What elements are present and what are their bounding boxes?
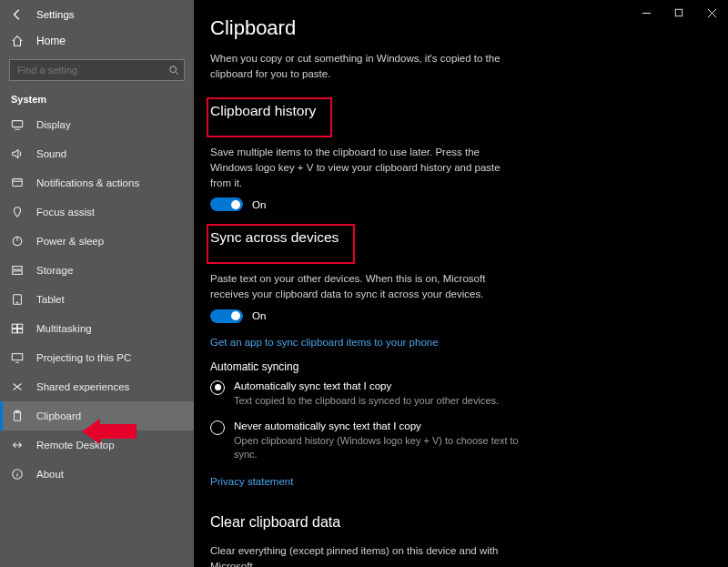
section-sync-across-devices: Sync across devices Paste text on your o… — [210, 224, 712, 512]
nav-label: Multitasking — [36, 323, 92, 334]
window-controls — [630, 0, 728, 25]
radio-never-sync-desc: Open clipboard history (Windows logo key… — [234, 434, 534, 462]
clear-desc: Clear everything (except pinned items) o… — [210, 543, 511, 567]
clipboard-history-heading: Clipboard history — [210, 101, 325, 123]
radio-never-sync[interactable] — [210, 420, 225, 435]
annotation-highlight: Sync across devices — [207, 224, 355, 264]
svg-rect-1 — [12, 121, 22, 127]
automatic-syncing-heading: Automatic syncing — [210, 360, 712, 373]
sync-heading: Sync across devices — [210, 228, 348, 249]
nav-label: Focus assist — [36, 207, 95, 218]
sidebar-item-notifications[interactable]: Notifications & actions — [0, 168, 194, 197]
settings-sidebar: Settings Home System Display Sound Notif… — [0, 0, 194, 567]
svg-rect-10 — [12, 329, 16, 332]
storage-icon — [11, 264, 24, 277]
radio-auto-sync-desc: Text copied to the clipboard is synced t… — [234, 394, 534, 408]
sidebar-item-tablet[interactable]: Tablet — [0, 285, 194, 314]
nav-label: Projecting to this PC — [36, 352, 131, 363]
svg-rect-4 — [13, 267, 23, 270]
close-button[interactable] — [695, 0, 728, 25]
home-label: Home — [36, 35, 66, 47]
sidebar-item-home[interactable]: Home — [0, 26, 194, 56]
power-icon — [11, 235, 24, 248]
display-icon — [11, 118, 24, 131]
back-icon[interactable] — [11, 8, 24, 21]
maximize-button[interactable] — [662, 0, 695, 25]
get-app-link[interactable]: Get an app to sync clipboard items to yo… — [210, 337, 439, 348]
notifications-icon — [11, 177, 24, 189]
clear-heading: Clear clipboard data — [210, 512, 349, 534]
radio-auto-sync[interactable] — [210, 380, 225, 395]
sidebar-item-power-sleep[interactable]: Power & sleep — [0, 227, 194, 256]
nav-label: Tablet — [36, 294, 65, 305]
sidebar-item-sound[interactable]: Sound — [0, 139, 194, 168]
app-title: Settings — [36, 9, 75, 20]
search-icon — [168, 65, 179, 76]
minimize-button[interactable] — [630, 0, 662, 25]
section-label: System — [0, 90, 194, 110]
annotation-highlight: Clipboard history — [207, 97, 332, 137]
svg-rect-12 — [12, 354, 22, 360]
sound-icon — [11, 147, 24, 160]
svg-rect-5 — [13, 271, 23, 275]
sidebar-item-remote-desktop[interactable]: Remote Desktop — [0, 430, 194, 460]
nav-label: Sound — [36, 148, 66, 159]
nav-label: Notifications & actions — [36, 177, 139, 188]
nav-label: Storage — [36, 265, 73, 276]
clipboard-history-desc: Save multiple items to the clipboard to … — [210, 145, 511, 190]
focus-assist-icon — [11, 206, 24, 218]
nav-label: Display — [36, 119, 71, 130]
nav-list: Display Sound Notifications & actions Fo… — [0, 110, 194, 489]
clipboard-icon — [11, 410, 24, 422]
projecting-icon — [11, 351, 24, 364]
home-icon — [11, 35, 24, 47]
nav-label: Clipboard — [36, 410, 81, 421]
sidebar-item-projecting[interactable]: Projecting to this PC — [0, 343, 194, 372]
nav-label: Remote Desktop — [36, 440, 115, 451]
about-icon — [11, 468, 24, 481]
sidebar-item-shared-experiences[interactable]: Shared experiences — [0, 372, 194, 401]
sidebar-header: Settings — [0, 0, 194, 26]
search-input[interactable] — [9, 59, 185, 81]
nav-label: About — [36, 469, 64, 480]
svg-rect-2 — [13, 179, 23, 187]
multitasking-icon — [11, 322, 24, 335]
sidebar-item-focus-assist[interactable]: Focus assist — [0, 197, 194, 227]
svg-rect-16 — [675, 9, 682, 16]
toggle-label: On — [252, 199, 266, 210]
clipboard-history-toggle[interactable] — [210, 197, 243, 211]
shared-experiences-icon — [11, 380, 24, 393]
remote-desktop-icon — [11, 439, 24, 451]
sidebar-item-about[interactable]: About — [0, 460, 194, 489]
svg-rect-9 — [17, 324, 22, 328]
svg-rect-11 — [17, 329, 22, 332]
nav-label: Shared experiences — [36, 381, 129, 392]
privacy-statement-link[interactable]: Privacy statement — [210, 476, 293, 487]
main-content: Clipboard When you copy or cut something… — [194, 0, 728, 567]
section-clipboard-history: Clipboard history Save multiple items to… — [210, 97, 712, 211]
sidebar-item-clipboard[interactable]: Clipboard — [0, 401, 194, 430]
sync-toggle[interactable] — [210, 309, 243, 323]
tablet-icon — [11, 293, 24, 306]
page-intro: When you copy or cut something in Window… — [210, 51, 511, 81]
sidebar-item-multitasking[interactable]: Multitasking — [0, 314, 194, 343]
svg-point-0 — [170, 66, 177, 73]
nav-label: Power & sleep — [36, 236, 104, 247]
automatic-syncing-group: Automatically sync text that I copy Text… — [210, 380, 712, 462]
radio-never-sync-label: Never automatically sync text that I cop… — [234, 420, 712, 431]
sidebar-item-storage[interactable]: Storage — [0, 256, 194, 285]
toggle-label: On — [252, 310, 266, 321]
section-clear-clipboard: Clear clipboard data Clear everything (e… — [210, 512, 712, 567]
svg-point-7 — [16, 302, 17, 303]
search-wrap — [9, 59, 185, 81]
radio-auto-sync-label: Automatically sync text that I copy — [234, 380, 712, 391]
sidebar-item-display[interactable]: Display — [0, 110, 194, 139]
svg-rect-8 — [12, 324, 16, 328]
sync-desc: Paste text on your other devices. When t… — [210, 271, 511, 301]
